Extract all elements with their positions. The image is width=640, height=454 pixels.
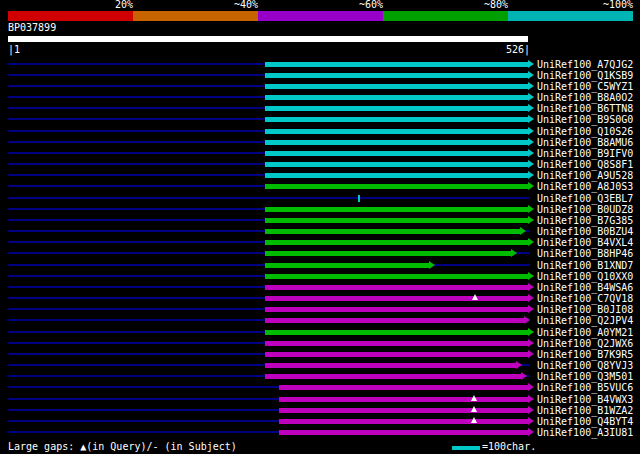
hit-arrowhead-icon <box>528 238 534 246</box>
hit-bar[interactable] <box>265 330 528 335</box>
hit-label[interactable]: UniRef100_Q10XX0 <box>537 271 633 282</box>
hit-label[interactable]: UniRef100_A9U528 <box>537 170 633 181</box>
scale-label-1: 20% <box>61 0 133 10</box>
hit-label[interactable]: UniRef100_Q3EBL7 <box>537 193 633 204</box>
hit-bar[interactable] <box>265 285 528 290</box>
hit-label[interactable]: UniRef100_Q3M501 <box>537 371 633 382</box>
hit-arrowhead-icon <box>528 305 534 313</box>
hit-label[interactable]: UniRef100_A0YM21 <box>537 327 633 338</box>
hit-bar[interactable] <box>265 106 528 111</box>
hit-bar[interactable] <box>279 408 528 413</box>
hit-bar[interactable] <box>265 207 528 212</box>
hit-label[interactable]: UniRef100_Q2JWX6 <box>537 338 633 349</box>
hit-bar[interactable] <box>265 140 528 145</box>
hit-bar[interactable] <box>265 296 528 301</box>
hit-bar[interactable] <box>265 274 528 279</box>
hit-bar[interactable] <box>265 352 528 357</box>
query-bar <box>8 36 528 42</box>
hit-arrowhead-icon <box>429 261 435 269</box>
hit-arrowhead-icon <box>528 350 534 358</box>
hit-label[interactable]: UniRef100_Q10S26 <box>537 126 633 137</box>
hit-label[interactable]: UniRef100_B7G385 <box>537 215 633 226</box>
hit-label[interactable]: UniRef100_B9IFV0 <box>537 148 633 159</box>
hit-bar[interactable] <box>279 385 528 390</box>
hit-bar[interactable] <box>265 84 528 89</box>
hit-arrowhead-icon <box>528 93 534 101</box>
hit-label[interactable]: UniRef100_A7QJG2 <box>537 59 633 70</box>
hit-bar[interactable] <box>279 397 528 402</box>
scale-sample-label: =100char. <box>482 441 536 452</box>
hit-arrowhead-icon <box>524 316 530 324</box>
hit-label[interactable]: UniRef100_B7K9R5 <box>537 349 633 360</box>
hit-label[interactable]: UniRef100_A8J0S3 <box>537 181 633 192</box>
hit-label[interactable]: UniRef100_C5WYZ1 <box>537 81 633 92</box>
hit-bar[interactable] <box>265 229 520 234</box>
hit-arrowhead-icon <box>528 283 534 291</box>
hit-label[interactable]: UniRef100_B0JI08 <box>537 304 633 315</box>
hit-label[interactable]: UniRef100_C7QV18 <box>537 293 633 304</box>
hit-label[interactable]: UniRef100_B4WSA6 <box>537 282 633 293</box>
query-name: BP037899 <box>8 22 56 33</box>
hit-bar[interactable] <box>265 73 528 78</box>
hit-bar[interactable] <box>265 184 528 189</box>
hit-bar[interactable] <box>265 151 528 156</box>
hit-label[interactable]: UniRef100_Q8YVJ3 <box>537 360 633 371</box>
hit-bar[interactable] <box>265 263 429 268</box>
hit-bar[interactable] <box>265 62 528 67</box>
hit-bar[interactable] <box>279 419 528 424</box>
hit-label[interactable]: UniRef100_B0UDZ8 <box>537 204 633 215</box>
hit-arrowhead-icon <box>528 205 534 213</box>
scale-label-3: ~60% <box>311 0 383 10</box>
hit-label[interactable]: UniRef100_Q2JPV4 <box>537 315 633 326</box>
query-end-tick: 526| <box>470 44 530 55</box>
hit-arrowhead-icon <box>528 395 534 403</box>
blast-alignment-graphic: 20%~40%~60%~80%~100% BP037899 |1 526| Un… <box>0 0 640 454</box>
hit-arrowhead-icon <box>528 294 534 302</box>
hit-arrowhead-icon <box>528 182 534 190</box>
hit-label[interactable]: UniRef100_Q1KSB9 <box>537 70 633 81</box>
hit-bar[interactable] <box>265 173 528 178</box>
hit-bar[interactable] <box>279 430 528 435</box>
hit-bar[interactable] <box>265 341 528 346</box>
hit-bar[interactable] <box>265 117 528 122</box>
hit-arrowhead-icon <box>528 383 534 391</box>
hit-label[interactable]: UniRef100_B8A0O2 <box>537 92 633 103</box>
hit-label[interactable]: UniRef100_B1XND7 <box>537 260 633 271</box>
hit-label[interactable]: UniRef100_Q4BYT4 <box>537 416 633 427</box>
hit-label[interactable]: UniRef100_A3IU81 <box>537 427 633 438</box>
scale-label-5: ~100% <box>561 0 633 10</box>
hit-arrowhead-icon <box>528 339 534 347</box>
hit-arrowhead-icon <box>528 328 534 336</box>
hit-bar[interactable] <box>265 218 528 223</box>
hit-arrowhead-icon <box>528 127 534 135</box>
hit-bar[interactable] <box>265 162 528 167</box>
hit-arrowhead-icon <box>528 171 534 179</box>
hit-bar[interactable] <box>265 95 528 100</box>
hit-arrowhead-icon <box>528 272 534 280</box>
hit-bar[interactable] <box>265 240 528 245</box>
hit-label[interactable]: UniRef100_B4VWX3 <box>537 394 633 405</box>
hit-arrowhead-icon <box>516 361 522 369</box>
hit-arrowhead-icon <box>521 372 527 380</box>
hit-arrowhead-icon <box>528 82 534 90</box>
hit-bar[interactable] <box>265 374 521 379</box>
hit-bar[interactable] <box>265 318 524 323</box>
hit-label[interactable]: UniRef100_B0BZU4 <box>537 226 633 237</box>
hit-bar[interactable] <box>265 307 528 312</box>
hit-bar[interactable] <box>265 363 516 368</box>
hit-label[interactable]: UniRef100_Q8S8F1 <box>537 159 633 170</box>
hit-label[interactable]: UniRef100_B1WZA2 <box>537 405 633 416</box>
hit-bar[interactable] <box>265 251 511 256</box>
scale-segment-2 <box>133 11 258 21</box>
hit-label[interactable]: UniRef100_B8AMU6 <box>537 137 633 148</box>
gap-triangle-icon <box>472 294 478 300</box>
hit-arrowhead-icon <box>511 249 517 257</box>
hit-arrowhead-icon <box>528 417 534 425</box>
hit-label[interactable]: UniRef100_B4VXL4 <box>537 237 633 248</box>
hit-label[interactable]: UniRef100_B5VUC6 <box>537 382 633 393</box>
hit-label[interactable]: UniRef100_B8HP46 <box>537 248 633 259</box>
hit-label[interactable]: UniRef100_B6TTN8 <box>537 103 633 114</box>
hit-label[interactable]: UniRef100_B9S0G0 <box>537 114 633 125</box>
hit-bar[interactable] <box>265 129 528 134</box>
hit-arrowhead-icon <box>528 71 534 79</box>
